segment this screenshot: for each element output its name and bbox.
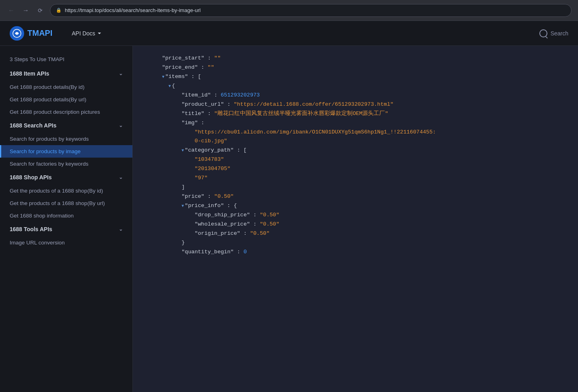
chevron-down-icon: ⌄: [119, 123, 123, 128]
code-line-origin: "origin_price" : "0.50": [149, 229, 562, 238]
sidebar-item-product-by-id[interactable]: Get 1688 product details(By id): [0, 81, 132, 93]
browser-chrome: ← → ⟳ 🔒 https://tmapi.top/docs/ali/searc…: [0, 0, 578, 21]
sidebar-section-tools-apis-label: 1688 Tools APIs: [10, 226, 52, 232]
sidebar-section-shop-apis[interactable]: 1688 Shop APIs ⌄: [0, 170, 132, 185]
url-text: https://tmapi.top/docs/ali/search/search…: [65, 7, 200, 13]
chevron-down-icon: [97, 31, 102, 36]
api-docs-nav[interactable]: API Docs: [68, 29, 105, 38]
sidebar-item-search-factories[interactable]: Search for factories by keywords: [0, 158, 132, 170]
sidebar-item-shop-products-by-url[interactable]: Get the products of a 1688 shop(By url): [0, 197, 132, 209]
code-line-items-open: ▼"items" : [: [149, 72, 562, 82]
address-bar[interactable]: 🔒 https://tmapi.top/docs/ali/search/sear…: [50, 4, 572, 17]
sidebar-item-shop-products-by-id[interactable]: Get the products of a 1688 shop(By id): [0, 185, 132, 197]
sidebar: 3 Steps To Use TMAPI 1688 Item APIs ⌄ Ge…: [0, 46, 133, 392]
forward-button[interactable]: →: [21, 6, 31, 15]
sidebar-section-item-apis[interactable]: 1688 Item APIs ⌄: [0, 66, 132, 81]
sidebar-item-search-by-keywords[interactable]: Search for products by keywords: [0, 133, 132, 145]
code-line-img-key: "img" :: [149, 119, 562, 128]
sidebar-item-shop-info[interactable]: Get 1688 shop information: [0, 209, 132, 222]
code-line-price-start: "price_start" : "": [149, 54, 562, 63]
logo-area: TMAPI: [10, 26, 52, 41]
code-line-price: "price" : "0.50": [149, 192, 562, 201]
logo-tm: TM: [27, 29, 39, 37]
sidebar-section-search-apis-label: 1688 Search APIs: [10, 122, 56, 129]
search-label: Search: [551, 30, 568, 37]
code-line-cat2: "201304705": [149, 164, 562, 174]
sidebar-item-steps[interactable]: 3 Steps To Use TMAPI: [0, 52, 132, 66]
sidebar-item-product-by-url[interactable]: Get 1688 product details(By url): [0, 93, 132, 106]
search-button[interactable]: Search: [539, 29, 568, 37]
chevron-down-icon: ⌄: [119, 174, 123, 180]
sidebar-item-search-by-image[interactable]: Search for products by image: [0, 145, 132, 158]
code-line-item-id: "item_id" : 651293202973: [149, 91, 562, 100]
code-line-cat1: "1034783": [149, 155, 562, 164]
code-line-img-val2: 0-cib.jpg": [149, 137, 562, 146]
code-line-brace-open: ▼{: [149, 82, 562, 91]
code-line-price-info-close: }: [149, 238, 562, 248]
reload-button[interactable]: ⟳: [35, 6, 45, 15]
sidebar-item-product-desc[interactable]: Get 1688 product description pictures: [0, 106, 132, 118]
code-content: "price_start" : "" "price_end" : "" ▼"it…: [133, 46, 578, 265]
code-line-price-info-open: ▼"price_info" : {: [149, 201, 562, 211]
code-panel[interactable]: "price_start" : "" "price_end" : "" ▼"it…: [133, 46, 578, 392]
code-line-cat3: "97": [149, 174, 562, 183]
back-button[interactable]: ←: [6, 6, 16, 15]
code-line-drop-ship: "drop_ship_price" : "0.50": [149, 211, 562, 220]
logo-api: API: [39, 29, 52, 37]
code-line-category-close: ]: [149, 183, 562, 192]
chevron-down-icon: ⌄: [119, 226, 123, 232]
code-line-price-end: "price_end" : "": [149, 63, 562, 72]
sidebar-section-tools-apis[interactable]: 1688 Tools APIs ⌄: [0, 222, 132, 236]
code-line-category-open: ▼"category_path" : [: [149, 146, 562, 155]
logo-text: TMAPI: [27, 29, 52, 38]
code-line-product-url: "product_url" : "https://detail.1688.com…: [149, 100, 562, 109]
sidebar-section-search-apis[interactable]: 1688 Search APIs ⌄: [0, 118, 132, 133]
code-line-img-val1: "https://cbu01.alicdn.com/img/ibank/O1CN…: [149, 128, 562, 137]
sidebar-item-image-url-conversion[interactable]: Image URL conversion: [0, 236, 132, 249]
main-content: 3 Steps To Use TMAPI 1688 Item APIs ⌄ Ge…: [0, 46, 578, 392]
code-line-quantity-begin: "quantity_begin" : 0: [149, 248, 562, 257]
app-layout: TMAPI API Docs Search 3 Steps To Use TMA…: [0, 21, 578, 392]
top-nav: TMAPI API Docs Search: [0, 21, 578, 46]
code-line-wholesale: "wholesale_price" : "0.50": [149, 220, 562, 229]
search-icon: [539, 29, 547, 37]
sidebar-section-item-apis-label: 1688 Item APIs: [10, 70, 49, 77]
code-line-title: "title" : "雕花口红中国风复古丝绒半哑光雾面补水唇彩爆款定制OEM源头…: [149, 109, 562, 119]
sidebar-steps-label: 3 Steps To Use TMAPI: [10, 56, 64, 62]
logo-icon: [10, 26, 24, 41]
chevron-down-icon: ⌄: [119, 71, 123, 76]
lock-icon: 🔒: [56, 8, 62, 13]
api-docs-label: API Docs: [72, 30, 95, 37]
sidebar-section-shop-apis-label: 1688 Shop APIs: [10, 174, 52, 181]
